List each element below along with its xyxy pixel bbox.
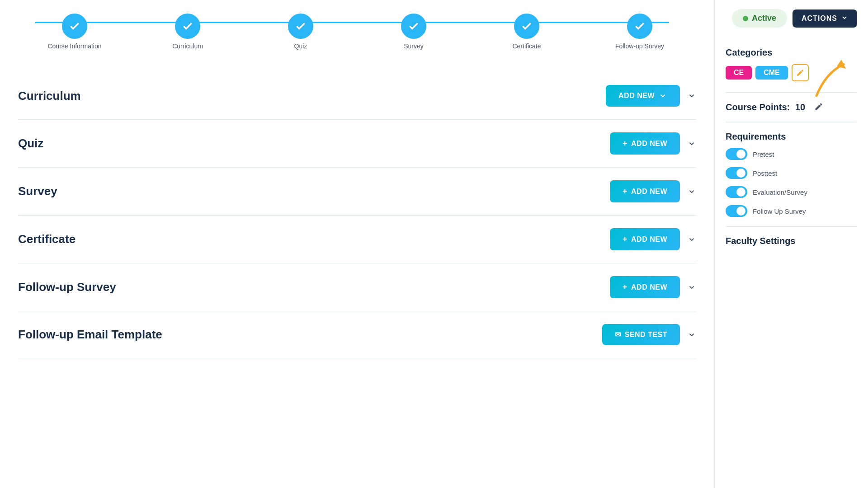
step-quiz[interactable]: Quiz [244,14,357,50]
requirement-pretest-row: Pretest [726,148,857,160]
step-circle-followup [627,14,652,39]
step-circle-survey [401,14,426,39]
toggle-evaluation[interactable] [726,186,747,198]
course-points-title: Course Points: 10 [726,102,805,113]
requirement-pretest-label: Pretest [753,150,774,158]
section-quiz: Quiz + ADD NEW [18,120,696,168]
collapse-chevron-certificate[interactable] [687,235,696,244]
collapse-chevron-followup[interactable] [687,283,696,292]
active-status-button[interactable]: Active [732,9,787,28]
add-new-followup-button[interactable]: + ADD NEW [610,276,680,298]
toggle-pretest-slider [726,148,747,160]
toggle-followup-slider [726,205,747,217]
step-course-information[interactable]: Course Information [18,14,131,50]
step-certificate[interactable]: Certificate [470,14,583,50]
requirement-evaluation-row: Evaluation/Survey [726,186,857,198]
categories-tags-container: CE CME [726,64,857,81]
step-label-survey: Survey [404,42,424,50]
toggle-pretest[interactable] [726,148,747,160]
add-new-curriculum-button[interactable]: ADD NEW [606,85,680,107]
section-title-quiz: Quiz [18,136,43,150]
step-label-followup: Follow-up Survey [615,42,664,50]
edit-course-points-button[interactable] [814,102,823,113]
add-new-certificate-button[interactable]: + ADD NEW [610,228,680,250]
step-label-certificate: Certificate [512,42,541,50]
collapse-chevron-survey[interactable] [687,187,696,196]
step-label-course-info: Course Information [47,42,101,50]
add-new-curriculum-label: ADD NEW [618,92,655,100]
add-new-quiz-label: ADD NEW [631,140,667,148]
section-actions-followup-survey: + ADD NEW [610,276,696,298]
svg-marker-0 [837,60,846,69]
tag-cme: CME [755,66,788,80]
requirement-evaluation-label: Evaluation/Survey [753,188,807,196]
requirement-posttest-row: Posttest [726,167,857,179]
section-title-followup-email: Follow-up Email Template [18,328,162,342]
plus-icon-survey: + [623,187,627,196]
step-circle-curriculum [175,14,200,39]
categories-title: Categories [726,47,857,58]
section-actions-survey: + ADD NEW [610,180,696,202]
course-points-label: Course Points: [726,102,790,112]
requirements-section: Requirements Pretest Posttest [726,122,857,226]
actions-label: ACTIONS [802,14,837,23]
toggle-evaluation-slider [726,186,747,198]
section-followup-survey: Follow-up Survey + ADD NEW [18,263,696,311]
toggle-followup[interactable] [726,205,747,217]
actions-dropdown-button[interactable]: ACTIONS [793,9,857,28]
active-label: Active [752,14,776,23]
requirement-followup-label: Follow Up Survey [753,207,806,215]
actions-chevron-icon [841,14,848,23]
toggle-posttest[interactable] [726,167,747,179]
faculty-settings-title: Faculty Settings [726,236,857,246]
edit-categories-container [792,64,809,81]
dropdown-chevron-curriculum [658,91,667,100]
section-actions-certificate: + ADD NEW [610,228,696,250]
course-points-section: Course Points: 10 [726,93,857,122]
pencil-icon [796,69,804,77]
faculty-settings-section: Faculty Settings [726,227,857,255]
send-icon: ✉ [615,330,621,339]
requirement-posttest-label: Posttest [753,169,777,177]
add-new-survey-label: ADD NEW [631,188,667,196]
add-new-followup-label: ADD NEW [631,283,667,291]
section-title-curriculum: Curriculum [18,89,81,103]
section-title-followup-survey: Follow-up Survey [18,280,116,294]
step-followup-survey[interactable]: Follow-up Survey [583,14,696,50]
section-certificate: Certificate + ADD NEW [18,216,696,263]
tag-ce: CE [726,66,752,80]
add-new-quiz-button[interactable]: + ADD NEW [610,132,680,155]
add-new-certificate-label: ADD NEW [631,235,667,244]
plus-icon-quiz: + [623,139,627,148]
edit-categories-button[interactable] [792,64,809,81]
plus-icon-followup: + [623,282,627,292]
categories-section: Categories CE CME [726,38,857,90]
collapse-chevron-curriculum[interactable] [687,91,696,100]
pencil-edit-icon [814,102,823,111]
step-curriculum[interactable]: Curriculum [131,14,244,50]
section-survey: Survey + ADD NEW [18,168,696,216]
collapse-chevron-followup-email[interactable] [687,330,696,339]
step-circle-certificate [514,14,539,39]
active-dot-icon [743,16,748,21]
progress-stepper: Course Information Curriculum Quiz [18,9,696,63]
section-actions-curriculum: ADD NEW [606,85,696,107]
step-circle-quiz [288,14,313,39]
toggle-posttest-slider [726,167,747,179]
step-survey[interactable]: Survey [357,14,470,50]
send-test-label: SEND TEST [625,331,667,339]
sidebar: Active ACTIONS Categories CE CME [714,0,868,488]
add-new-survey-button[interactable]: + ADD NEW [610,180,680,202]
collapse-chevron-quiz[interactable] [687,139,696,148]
requirement-followup-row: Follow Up Survey [726,205,857,217]
section-curriculum: Curriculum ADD NEW [18,72,696,120]
step-circle-course-info [62,14,87,39]
plus-icon-certificate: + [623,235,627,244]
sidebar-top-actions: Active ACTIONS [726,9,857,28]
section-actions-quiz: + ADD NEW [610,132,696,155]
course-points-value: 10 [795,102,805,112]
step-label-curriculum: Curriculum [172,42,203,50]
send-test-button[interactable]: ✉ SEND TEST [602,324,680,345]
section-title-survey: Survey [18,184,57,198]
requirements-title: Requirements [726,131,857,142]
